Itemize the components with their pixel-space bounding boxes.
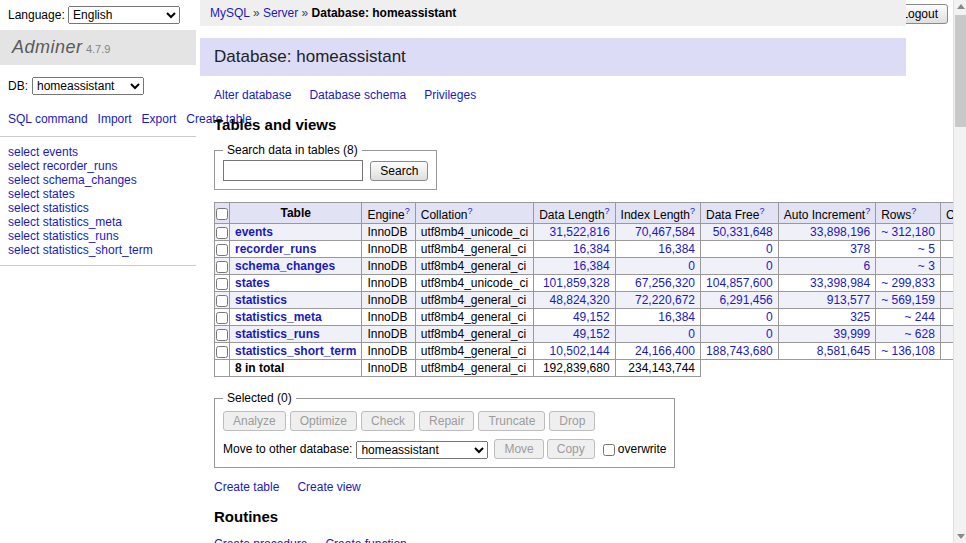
sidebar-action-link-export[interactable]: Export xyxy=(142,112,177,126)
search-button[interactable]: Search xyxy=(370,161,428,181)
row-checkbox-statistics[interactable] xyxy=(216,295,228,307)
index-length-link[interactable]: 16,384 xyxy=(658,242,695,256)
sidebar-table-link-select-statistics-short-term[interactable]: select statistics_short_term xyxy=(8,243,196,257)
help-link-collation[interactable]: ? xyxy=(467,206,472,216)
data-length-link[interactable]: 31,522,816 xyxy=(550,225,610,239)
table-link-statistics-short-term[interactable]: statistics_short_term xyxy=(235,344,356,358)
auto-increment-link[interactable]: 378 xyxy=(850,242,870,256)
drop-button[interactable]: Drop xyxy=(549,411,595,431)
analyze-button[interactable]: Analyze xyxy=(223,411,286,431)
db-action-link-alter-database[interactable]: Alter database xyxy=(214,88,291,102)
row-checkbox-statistics-meta[interactable] xyxy=(216,312,228,324)
overwrite-checkbox[interactable] xyxy=(603,444,615,456)
help-link-engine[interactable]: ? xyxy=(405,206,410,216)
auto-increment-link[interactable]: 325 xyxy=(850,310,870,324)
move-button[interactable]: Move xyxy=(494,439,543,459)
create-link-create-view[interactable]: Create view xyxy=(297,480,360,494)
data-length-link[interactable]: 49,152 xyxy=(573,310,610,324)
breadcrumb-link-mysql[interactable]: MySQL xyxy=(210,6,250,20)
sidebar-action-link-import[interactable]: Import xyxy=(98,112,132,126)
table-link-schema-changes[interactable]: schema_changes xyxy=(235,259,335,273)
move-db-select[interactable]: homeassistant xyxy=(356,441,488,459)
rows-link[interactable]: ~ 136,108 xyxy=(881,344,935,358)
scrollbar[interactable] xyxy=(953,0,966,543)
db-action-link-database-schema[interactable]: Database schema xyxy=(309,88,406,102)
routine-link-create-procedure[interactable]: Create procedure xyxy=(214,537,307,543)
search-input[interactable] xyxy=(223,160,363,181)
sidebar-action-link-sql-command[interactable]: SQL command xyxy=(8,112,88,126)
language-select[interactable]: English xyxy=(68,6,180,24)
auto-increment-link[interactable]: 6 xyxy=(863,259,870,273)
db-select[interactable]: homeassistant xyxy=(32,77,144,95)
data-length-link[interactable]: 10,502,144 xyxy=(550,344,610,358)
data-length-link[interactable]: 16,384 xyxy=(573,242,610,256)
table-link-statistics-meta[interactable]: statistics_meta xyxy=(235,310,322,324)
rows-link[interactable]: ~ 299,833 xyxy=(881,276,935,290)
row-checkbox-schema-changes[interactable] xyxy=(216,261,228,273)
index-length-link[interactable]: 72,220,672 xyxy=(635,293,695,307)
copy-button[interactable]: Copy xyxy=(547,439,595,459)
help-link-index-length[interactable]: ? xyxy=(690,206,695,216)
data-free-link[interactable]: 188,743,680 xyxy=(706,344,773,358)
help-link-auto-increment[interactable]: ? xyxy=(865,206,870,216)
db-action-link-privileges[interactable]: Privileges xyxy=(424,88,476,102)
select-all-checkbox[interactable] xyxy=(216,208,228,220)
table-link-statistics[interactable]: statistics xyxy=(235,293,287,307)
rows-link[interactable]: ~ 312,180 xyxy=(881,225,935,239)
data-free-link[interactable]: 0 xyxy=(766,310,773,324)
auto-increment-link[interactable]: 33,898,196 xyxy=(810,225,870,239)
sidebar-table-link-select-recorder-runs[interactable]: select recorder_runs xyxy=(8,159,196,173)
data-free-link[interactable]: 50,331,648 xyxy=(713,225,773,239)
row-checkbox-statistics-short-term[interactable] xyxy=(216,346,228,358)
data-free-link[interactable]: 0 xyxy=(766,259,773,273)
routine-link-create-function[interactable]: Create function xyxy=(325,537,406,543)
sidebar-table-link-select-statistics-meta[interactable]: select statistics_meta xyxy=(8,215,196,229)
table-link-states[interactable]: states xyxy=(235,276,270,290)
table-link-recorder-runs[interactable]: recorder_runs xyxy=(235,242,316,256)
row-checkbox-events[interactable] xyxy=(216,227,228,239)
index-length-link[interactable]: 16,384 xyxy=(658,310,695,324)
scrollbar-thumb[interactable] xyxy=(955,15,966,127)
scroll-down-button[interactable] xyxy=(955,529,966,543)
index-length-link[interactable]: 0 xyxy=(688,327,695,341)
help-link-rows[interactable]: ? xyxy=(911,206,916,216)
data-length-link[interactable]: 48,824,320 xyxy=(550,293,610,307)
rows-link[interactable]: ~ 628 xyxy=(905,327,935,341)
check-button[interactable]: Check xyxy=(361,411,415,431)
rows-link[interactable]: ~ 244 xyxy=(905,310,935,324)
auto-increment-link[interactable]: 8,581,645 xyxy=(817,344,870,358)
index-length-link[interactable]: 0 xyxy=(688,259,695,273)
repair-button[interactable]: Repair xyxy=(419,411,474,431)
sidebar-table-link-select-events[interactable]: select events xyxy=(8,145,196,159)
truncate-button[interactable]: Truncate xyxy=(478,411,545,431)
row-checkbox-states[interactable] xyxy=(216,278,228,290)
data-free-link[interactable]: 0 xyxy=(766,327,773,341)
scroll-up-button[interactable] xyxy=(955,0,966,14)
auto-increment-link[interactable]: 39,999 xyxy=(833,327,870,341)
rows-link[interactable]: ~ 3 xyxy=(918,259,935,273)
data-length-link[interactable]: 49,152 xyxy=(573,327,610,341)
create-link-create-table[interactable]: Create table xyxy=(214,480,279,494)
data-free-link[interactable]: 0 xyxy=(766,242,773,256)
row-checkbox-statistics-runs[interactable] xyxy=(216,329,228,341)
index-length-link[interactable]: 67,256,320 xyxy=(635,276,695,290)
sidebar-table-link-select-states[interactable]: select states xyxy=(8,187,196,201)
breadcrumb-link-server[interactable]: Server xyxy=(263,6,298,20)
sidebar-table-link-select-statistics-runs[interactable]: select statistics_runs xyxy=(8,229,196,243)
auto-increment-link[interactable]: 913,577 xyxy=(827,293,870,307)
help-link-data-length[interactable]: ? xyxy=(605,206,610,216)
index-length-link[interactable]: 24,166,400 xyxy=(635,344,695,358)
rows-link[interactable]: ~ 569,159 xyxy=(881,293,935,307)
auto-increment-link[interactable]: 33,398,984 xyxy=(810,276,870,290)
rows-link[interactable]: ~ 5 xyxy=(918,242,935,256)
table-link-events[interactable]: events xyxy=(235,225,273,239)
help-link-data-free[interactable]: ? xyxy=(759,206,764,216)
table-link-statistics-runs[interactable]: statistics_runs xyxy=(235,327,320,341)
sidebar-table-link-select-schema-changes[interactable]: select schema_changes xyxy=(8,173,196,187)
data-length-link[interactable]: 101,859,328 xyxy=(543,276,610,290)
sidebar-table-link-select-statistics[interactable]: select statistics xyxy=(8,201,196,215)
optimize-button[interactable]: Optimize xyxy=(290,411,357,431)
row-checkbox-recorder-runs[interactable] xyxy=(216,244,228,256)
index-length-link[interactable]: 70,467,584 xyxy=(635,225,695,239)
data-length-link[interactable]: 16,384 xyxy=(573,259,610,273)
